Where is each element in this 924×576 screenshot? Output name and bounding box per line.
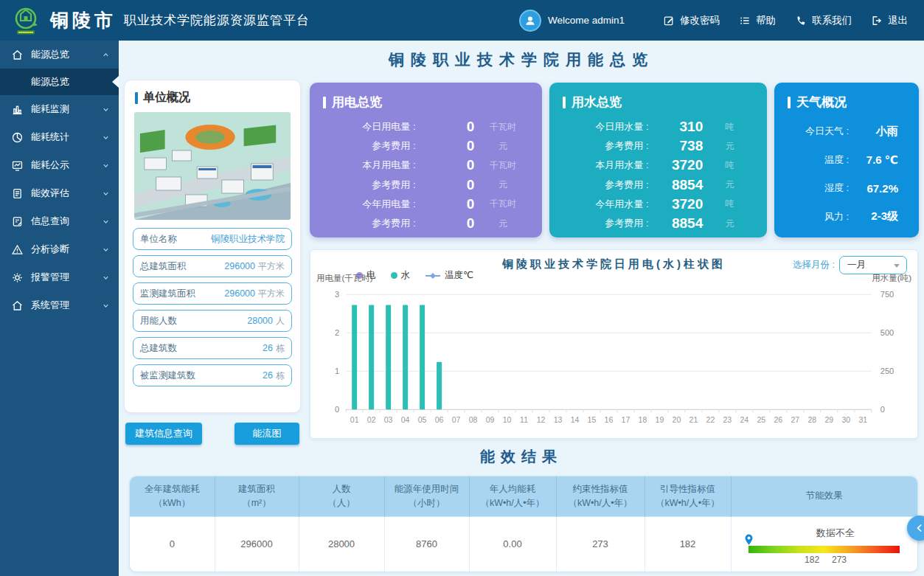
month-select-label: 选择月份 :	[793, 259, 835, 271]
stat-row: 参考费用 :8854元	[563, 214, 754, 233]
energy-flow-button[interactable]: 能流图	[235, 423, 299, 445]
svg-text:09: 09	[486, 415, 495, 424]
stat-row: 今日天气 :小雨	[788, 117, 906, 146]
bar-水-02	[369, 305, 374, 409]
result-col-年人均能耗: 年人均能耗（kW•h/人•年）	[469, 476, 556, 516]
header-action-退出[interactable]: 退出	[871, 14, 908, 27]
sidebar-item-能效评估[interactable]: 能效评估	[0, 179, 119, 207]
sidebar-item-label: 能源总览	[31, 48, 94, 61]
home-icon	[11, 49, 24, 61]
brand-city: 铜陵市	[50, 8, 117, 32]
bar-水-04	[403, 305, 408, 409]
svg-text:04: 04	[401, 415, 410, 424]
result-col-建筑面积: 建筑面积（m²）	[215, 476, 299, 516]
sidebar-item-label: 能效评估	[31, 187, 94, 200]
active-item-notch	[112, 76, 119, 88]
stat-row: 参考费用 :0元	[323, 214, 529, 233]
daily-usage-chart-card: 铜陵职业技术学院日用电(水)柱状图 电水温度℃ 用电量(千瓦时) 用水量(吨) …	[310, 249, 918, 439]
sidebar-subitem-能源总览[interactable]: 能源总览	[0, 69, 119, 95]
stat-row: 风力 :2-3级	[788, 203, 906, 232]
svg-text:13: 13	[554, 415, 563, 424]
page-title: 铜陵职业技术学院用能总览	[119, 49, 924, 70]
sidebar-item-label: 系统管理	[31, 299, 94, 312]
unit-field-监测建筑面积: 监测建筑面积296000平方米	[133, 282, 292, 305]
sidebar-item-label: 能耗公示	[31, 159, 94, 172]
svg-text:20: 20	[673, 415, 681, 424]
svg-text:17: 17	[622, 415, 631, 424]
result-cell: 182	[645, 516, 731, 572]
panel-title: 用水总览	[563, 94, 754, 111]
sidebar-item-能耗统计[interactable]: 能耗统计	[0, 123, 119, 151]
document-icon	[11, 187, 24, 200]
svg-text:06: 06	[435, 415, 444, 424]
header-action-修改密码[interactable]: 修改密码	[663, 14, 720, 27]
header-action-label: 帮助	[756, 14, 776, 27]
svg-text:0: 0	[335, 405, 339, 414]
chevron-down-icon	[102, 246, 110, 254]
panel-title: 用电总览	[323, 94, 529, 111]
svg-text:12: 12	[537, 415, 546, 424]
sidebar-item-信息查询[interactable]: 信息查询	[0, 207, 119, 235]
legend-item-温度℃[interactable]: 温度℃	[425, 269, 473, 282]
sidebar-item-报警管理[interactable]: 报警管理	[0, 263, 119, 291]
saving-gradient-bar	[748, 546, 900, 553]
sidebar-item-系统管理[interactable]: 系统管理	[0, 291, 119, 319]
sidebar-item-能源总览[interactable]: 能源总览	[0, 41, 119, 69]
unit-panel: 单位概况	[124, 80, 301, 413]
svg-text:1: 1	[335, 367, 339, 375]
unit-field-总建筑数: 总建筑数26栋	[133, 337, 292, 359]
bar-水-03	[386, 305, 391, 409]
app-logo-icon	[10, 5, 41, 36]
svg-text:03: 03	[384, 415, 393, 424]
chart-plot: 0123025050075001020304050607080910111213…	[315, 285, 913, 434]
header-action-label: 修改密码	[680, 14, 720, 27]
svg-text:27: 27	[791, 415, 799, 424]
panel-title: 天气概况	[788, 94, 906, 111]
unit-field-用能人数: 用能人数28000人	[133, 310, 292, 332]
sidebar-item-能耗公示[interactable]: 能耗公示	[0, 151, 119, 179]
svg-text:21: 21	[689, 415, 698, 424]
unit-field-总建筑面积: 总建筑面积296000平方米	[133, 255, 292, 277]
legend-item-水[interactable]: 水	[391, 269, 411, 282]
svg-text:31: 31	[858, 415, 867, 424]
chart-legend: 电水温度℃	[356, 269, 473, 282]
building-info-button[interactable]: 建筑信息查询	[125, 423, 202, 445]
result-cell: 0.00	[469, 516, 556, 572]
svg-text:2: 2	[335, 328, 339, 337]
svg-text:05: 05	[418, 415, 427, 424]
user-avatar-icon[interactable]	[519, 10, 541, 32]
stat-row: 今年用水量 :3720吨	[563, 195, 754, 214]
chevron-down-icon	[102, 302, 110, 310]
svg-text:08: 08	[469, 415, 478, 424]
svg-text:15: 15	[588, 415, 597, 424]
brand-subtitle: 职业技术学院能源资源监管平台	[124, 12, 310, 29]
sidebar-item-分析诊断[interactable]: 分析诊断	[0, 235, 119, 263]
result-cell: 8760	[384, 516, 469, 572]
water-overview-panel: 用水总览今日用水量 :310吨参考费用 :738元本月用水量 :3720吨参考费…	[549, 83, 767, 237]
title-bar-accent	[563, 97, 566, 108]
sidebar-item-label: 信息查询	[31, 215, 94, 228]
month-select[interactable]: 一月	[839, 256, 907, 274]
stat-row: 参考费用 :0元	[323, 136, 529, 156]
chevron-down-icon	[102, 162, 110, 170]
chevron-down-icon	[102, 190, 110, 198]
result-col-节能效果: 节能效果	[731, 476, 917, 516]
stat-row: 参考费用 :8854元	[563, 176, 754, 195]
svg-text:500: 500	[880, 328, 894, 337]
stat-row: 今日用水量 :310吨	[563, 117, 754, 136]
list-icon	[739, 15, 751, 27]
svg-text:28: 28	[807, 415, 816, 424]
sidebar-item-能耗监测[interactable]: 能耗监测	[0, 95, 119, 123]
header-action-帮助[interactable]: 帮助	[739, 14, 776, 27]
result-cell: 0	[130, 516, 215, 572]
title-bar-accent	[788, 97, 791, 108]
chevron-down-icon	[102, 105, 110, 114]
header-action-联系我们[interactable]: 联系我们	[795, 14, 852, 27]
chevron-down-icon	[102, 133, 110, 142]
sidebar: 能源总览能源总览能耗监测能耗统计能耗公示能效评估信息查询分析诊断报警管理系统管理	[0, 41, 119, 576]
bar-水-06	[437, 362, 442, 409]
svg-text:11: 11	[520, 415, 528, 424]
sidebar-item-label: 能耗监测	[31, 103, 94, 116]
title-bar-accent	[135, 92, 138, 104]
welcome-area: Welcome admin1	[519, 10, 625, 32]
